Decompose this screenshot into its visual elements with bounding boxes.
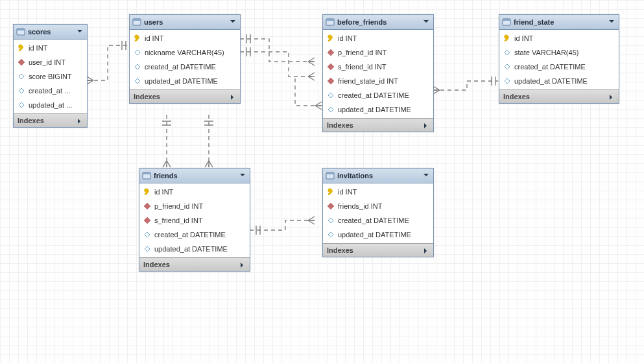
key-icon — [18, 44, 25, 52]
diamond-icon — [327, 49, 335, 56]
column-list: id INT user_id INT score BIGINT created_… — [14, 40, 87, 113]
rel-users-beforefriends-p — [240, 34, 315, 65]
chevron-down-icon[interactable] — [608, 18, 616, 26]
indexes-section[interactable]: Indexes — [14, 113, 87, 127]
svg-rect-11 — [326, 172, 334, 174]
entity-users[interactable]: users id INT nickname VARCHAR(45) create… — [129, 14, 241, 104]
entity-header[interactable]: friend_state — [499, 15, 619, 30]
indexes-section[interactable]: Indexes — [139, 257, 250, 271]
rel-beforefriends-lower — [295, 78, 322, 110]
column-row[interactable]: state VARCHAR(45) — [499, 45, 619, 60]
svg-rect-7 — [503, 19, 510, 21]
chevron-right-icon — [230, 93, 236, 100]
column-row[interactable]: updated_at DATETIME — [323, 102, 433, 117]
column-row[interactable]: id INT — [130, 31, 240, 45]
column-label: id INT — [338, 34, 357, 42]
column-row[interactable]: nickname VARCHAR(45) — [130, 45, 240, 60]
column-label: friends_id INT — [338, 202, 382, 210]
column-label: nickname VARCHAR(45) — [145, 49, 224, 56]
diamond-icon — [503, 77, 511, 85]
column-row[interactable]: updated_at DATETIME — [323, 228, 433, 242]
column-label: created_at DATETIME — [338, 91, 409, 99]
indexes-section[interactable]: Indexes — [499, 89, 619, 103]
column-row[interactable]: created_at DATETIME — [323, 88, 433, 102]
column-label: id INT — [29, 44, 47, 52]
column-row[interactable]: updated_at ... — [14, 98, 87, 112]
indexes-section[interactable]: Indexes — [323, 118, 433, 132]
chevron-right-icon — [608, 93, 615, 100]
column-label: updated_at DATETIME — [154, 245, 228, 253]
entity-header[interactable]: users — [130, 15, 240, 30]
column-row[interactable]: p_friend_id INT — [323, 45, 433, 60]
entity-title: users — [141, 18, 230, 26]
column-row[interactable]: id INT — [139, 185, 250, 199]
column-label: state VARCHAR(45) — [514, 49, 578, 56]
column-list: id INT state VARCHAR(45) created_at DATE… — [499, 30, 619, 89]
entity-invitations[interactable]: invitations id INT friends_id INT create… — [322, 168, 434, 257]
column-row[interactable]: user_id INT — [14, 55, 87, 69]
rel-friends-invitations — [250, 217, 315, 235]
chevron-down-icon[interactable] — [230, 18, 237, 26]
diamond-icon — [327, 231, 335, 239]
column-row[interactable]: updated_at DATETIME — [130, 74, 240, 88]
entity-header[interactable]: invitations — [323, 169, 433, 183]
column-label: updated_at DATETIME — [145, 77, 218, 85]
entity-scores[interactable]: scores id INT user_id INT score BIGINT c… — [13, 24, 88, 128]
column-row[interactable]: id INT — [14, 41, 87, 55]
column-label: created_at DATETIME — [154, 231, 226, 239]
column-row[interactable]: friends_id INT — [323, 199, 433, 213]
column-row[interactable]: created_at ... — [14, 84, 87, 98]
diamond-icon — [327, 77, 335, 85]
table-icon — [132, 18, 141, 27]
column-row[interactable]: created_at DATETIME — [499, 60, 619, 74]
entity-title: before_friends — [335, 18, 423, 26]
diamond-icon — [134, 77, 141, 85]
column-label: s_friend_id INT — [338, 63, 387, 71]
diamond-icon — [503, 49, 511, 56]
column-row[interactable]: updated_at DATETIME — [499, 74, 619, 88]
column-label: updated_at ... — [29, 101, 72, 109]
column-list: id INT p_friend_id INT s_friend_id INT f… — [323, 30, 433, 118]
column-row[interactable]: created_at DATETIME — [130, 60, 240, 74]
key-icon — [143, 188, 151, 196]
entity-friend-state[interactable]: friend_state id INT state VARCHAR(45) cr… — [499, 14, 619, 104]
svg-rect-5 — [326, 19, 334, 21]
column-row[interactable]: s_friend_id INT — [139, 213, 250, 228]
entity-friends[interactable]: friends id INT p_friend_id INT s_friend_… — [139, 168, 250, 272]
diamond-icon — [143, 217, 151, 224]
indexes-section[interactable]: Indexes — [130, 89, 240, 103]
column-label: updated_at DATETIME — [338, 106, 411, 113]
column-row[interactable]: s_friend_id INT — [323, 60, 433, 74]
svg-rect-9 — [143, 172, 150, 174]
rel-users-friends-p — [162, 115, 171, 167]
column-row[interactable]: score BIGINT — [14, 69, 87, 84]
column-row[interactable]: id INT — [499, 31, 619, 45]
chevron-right-icon — [423, 247, 429, 253]
column-list: id INT nickname VARCHAR(45) created_at D… — [130, 30, 240, 89]
column-row[interactable]: created_at DATETIME — [323, 213, 433, 228]
column-row[interactable]: id INT — [323, 185, 433, 199]
entity-header[interactable]: friends — [139, 169, 250, 183]
column-row[interactable]: p_friend_id INT — [139, 199, 250, 213]
column-row[interactable]: updated_at DATETIME — [139, 242, 250, 256]
chevron-down-icon[interactable] — [239, 172, 247, 180]
chevron-down-icon[interactable] — [423, 18, 431, 26]
table-icon — [16, 27, 25, 36]
indexes-section[interactable]: Indexes — [323, 243, 433, 257]
diamond-icon — [143, 245, 151, 253]
chevron-down-icon[interactable] — [77, 28, 84, 36]
entity-before-friends[interactable]: before_friends id INT p_friend_id INT s_… — [322, 14, 434, 132]
indexes-label: Indexes — [327, 121, 423, 129]
column-row[interactable]: created_at DATETIME — [139, 228, 250, 242]
entity-header[interactable]: scores — [14, 25, 87, 40]
chevron-down-icon[interactable] — [423, 172, 431, 180]
entity-header[interactable]: before_friends — [323, 15, 433, 30]
indexes-label: Indexes — [327, 246, 423, 254]
diamond-icon — [18, 101, 25, 109]
key-icon — [327, 34, 335, 42]
key-icon — [134, 34, 141, 42]
column-row[interactable]: friend_state_id INT — [323, 74, 433, 88]
table-icon — [326, 171, 335, 180]
column-row[interactable]: id INT — [323, 31, 433, 45]
column-label: score BIGINT — [29, 73, 72, 80]
